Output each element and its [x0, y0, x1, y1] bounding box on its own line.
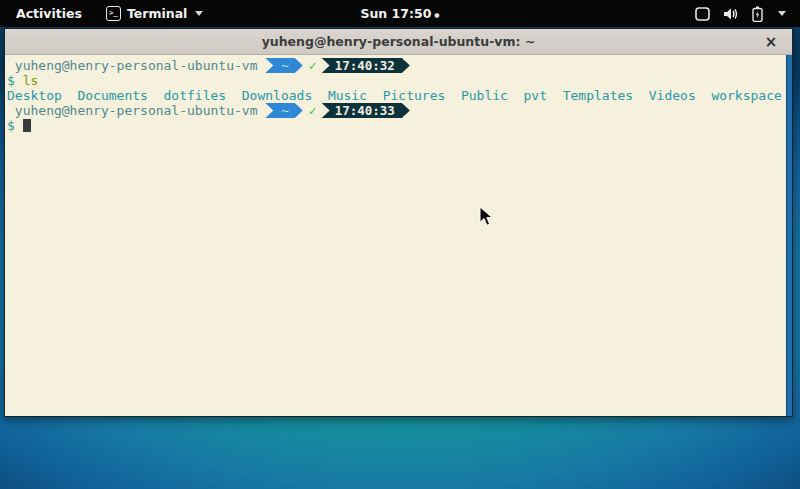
- prompt-symbol: $: [7, 118, 23, 133]
- app-menu-label: Terminal: [127, 6, 187, 21]
- system-status-area[interactable]: [695, 6, 800, 22]
- powerline-time-segment: 17:40:32: [322, 58, 410, 73]
- terminal-app-icon: >_: [106, 6, 121, 21]
- panel-left: Activities >_ Terminal: [0, 2, 203, 25]
- status-check-icon: ✓: [309, 103, 317, 118]
- volume-icon: [723, 7, 739, 21]
- chevron-down-icon: [195, 11, 203, 16]
- input-line: $: [7, 118, 782, 133]
- status-check-icon: ✓: [309, 58, 317, 73]
- dir-entry: workspace: [711, 88, 781, 103]
- command-line: $ ls: [7, 73, 782, 88]
- dir-entry: Music: [328, 88, 367, 103]
- dir-entry: dotfiles: [164, 88, 227, 103]
- powerline-path-segment: ~: [265, 58, 303, 73]
- powerline-path-segment: ~: [265, 103, 303, 118]
- close-button[interactable]: ×: [760, 29, 782, 55]
- dir-entry: Desktop: [7, 88, 62, 103]
- powerline-time-segment: 17:40:33: [322, 103, 410, 118]
- prompt-symbol: $: [7, 73, 23, 88]
- system-menu-caret-icon: [778, 11, 786, 16]
- dir-entry: Templates: [563, 88, 633, 103]
- app-menu-terminal[interactable]: >_ Terminal: [106, 6, 203, 21]
- prompt-user-host: yuheng@henry-personal-ubuntu-vm: [7, 103, 265, 118]
- prompt-user-host: yuheng@henry-personal-ubuntu-vm: [7, 58, 265, 73]
- prompt-line: yuheng@henry-personal-ubuntu-vm ~ ✓ 17:4…: [7, 58, 782, 73]
- dir-entry: Documents: [77, 88, 147, 103]
- dir-entry: Downloads: [242, 88, 312, 103]
- activities-button[interactable]: Activities: [10, 2, 88, 25]
- dir-entry: Pictures: [383, 88, 446, 103]
- window-titlebar[interactable]: yuheng@henry-personal-ubuntu-vm: ~ ×: [5, 29, 792, 55]
- typed-command: ls: [23, 73, 39, 88]
- top-panel: Activities >_ Terminal Sun 17:50 ●: [0, 0, 800, 27]
- clock-button[interactable]: Sun 17:50: [360, 6, 431, 21]
- notification-dot-icon: ●: [434, 11, 439, 18]
- terminal-cursor: [23, 119, 31, 132]
- window-title: yuheng@henry-personal-ubuntu-vm: ~: [262, 34, 536, 49]
- display-icon: [695, 7, 710, 21]
- terminal-scrollbar[interactable]: [786, 55, 792, 416]
- terminal-content[interactable]: yuheng@henry-personal-ubuntu-vm ~ ✓ 17:4…: [5, 55, 792, 416]
- desktop: { "topbar": { "activities_label": "Activ…: [0, 0, 800, 489]
- dir-entry: Public: [461, 88, 508, 103]
- prompt-line: yuheng@henry-personal-ubuntu-vm ~ ✓ 17:4…: [7, 103, 782, 118]
- ls-output-line: Desktop Documents dotfiles Downloads Mus…: [7, 88, 782, 103]
- dir-entry: pvt: [524, 88, 547, 103]
- battery-charging-icon: [752, 6, 763, 22]
- terminal-window: yuheng@henry-personal-ubuntu-vm: ~ × yuh…: [4, 28, 793, 417]
- dir-entry: Videos: [649, 88, 696, 103]
